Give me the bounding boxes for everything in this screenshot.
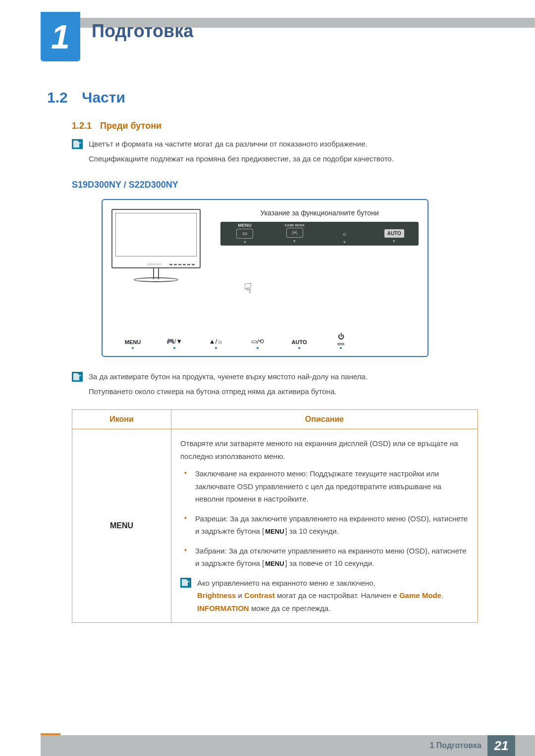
source-icon: ▭/⟲ bbox=[251, 338, 265, 345]
note2-line2: Потупването около стикера на бутона отпр… bbox=[89, 386, 368, 398]
power-icon: ⏻ bbox=[338, 333, 344, 340]
menu-inline-label: MENU bbox=[264, 560, 285, 567]
pointing-hand-icon: ☟ bbox=[244, 280, 252, 297]
note1-line2: Спецификациите подлежат на промяна без п… bbox=[89, 153, 394, 165]
btn-power: ⏻ bbox=[328, 333, 353, 349]
section-heading: 1.2 Части bbox=[47, 89, 500, 106]
footer-chapter-label: 1 Подготовка bbox=[429, 741, 482, 750]
note-icon bbox=[72, 372, 83, 382]
up-brightness-icon: ▲/☼ bbox=[209, 338, 223, 345]
bar-menu-label: MENU bbox=[238, 223, 252, 228]
bar-menu-group: MENU ▭ ▾ bbox=[223, 223, 267, 245]
subsection-heading: 1.2.1 Преди бутони bbox=[72, 121, 500, 131]
dot-marker bbox=[340, 347, 342, 349]
callout-label: Указание за функционалните бутони bbox=[220, 209, 419, 217]
brightness-icon: ☼ bbox=[336, 229, 353, 239]
cell-description: Отваряте или затваряте менюто на екранни… bbox=[171, 429, 478, 623]
bar-game-label: GAME MODE bbox=[285, 224, 305, 227]
bar-brightness-group: ☼ ▾ bbox=[323, 223, 366, 245]
monitor-illustration: SAMSUNG bbox=[111, 209, 201, 282]
btn-menu: MENU bbox=[120, 339, 145, 349]
subsection-title: Преди бутони bbox=[100, 121, 161, 131]
dot-marker bbox=[173, 347, 175, 349]
bottom-button-row: MENU 🎮/▼ ▲/☼ ▭/⟲ AUTO bbox=[120, 333, 419, 349]
diagram-frame: SAMSUNG Указание за функционалните бутон… bbox=[102, 199, 428, 357]
connector-lines: ☟ bbox=[163, 284, 419, 319]
bullet-enable: Разреши: За да заключите управлението на… bbox=[180, 512, 469, 538]
th-icons: Икони bbox=[72, 410, 171, 429]
callout-column: Указание за функционалните бутони MENU ▭… bbox=[220, 209, 419, 246]
btn-game-down: 🎮/▼ bbox=[162, 338, 187, 349]
menu-icon-label: MENU bbox=[110, 521, 133, 530]
footer-accent bbox=[41, 733, 60, 735]
diagram-top: SAMSUNG Указание за функционалните бутон… bbox=[111, 209, 419, 282]
note-text: Цветът и формата на частите могат да са … bbox=[89, 138, 394, 168]
bar-game-group: GAME MODE 🎮 ▾ bbox=[273, 224, 317, 244]
spacer bbox=[393, 224, 395, 228]
row1-intro: Отваряте или затваряте менюто на екранни… bbox=[180, 437, 469, 462]
locked-line1: Ако управлението на екранното меню е зак… bbox=[197, 577, 469, 590]
btn-auto: AUTO bbox=[287, 339, 312, 349]
model-heading: S19D300NY / S22D300NY bbox=[72, 180, 500, 190]
spacer bbox=[344, 223, 345, 228]
indicator-triangle: ▾ bbox=[343, 240, 346, 245]
section-number: 1.2 bbox=[47, 89, 78, 106]
row1-bullets: Заключване на екранното меню: Поддържате… bbox=[180, 467, 469, 570]
dot-marker bbox=[298, 347, 300, 349]
note-text: За да активирате бутон на продукта, чукн… bbox=[89, 371, 368, 401]
chapter-number: 1 bbox=[51, 17, 70, 56]
btn-up-brightness: ▲/☼ bbox=[204, 338, 228, 349]
diagram: SAMSUNG Указание за функционалните бутон… bbox=[102, 199, 500, 357]
locked-line2: Brightness и Contrast могат да се настро… bbox=[197, 589, 469, 614]
monitor-base bbox=[134, 277, 178, 282]
dot-marker bbox=[257, 347, 259, 349]
section-title: Части bbox=[82, 89, 125, 105]
indicator-triangle: ▾ bbox=[393, 239, 395, 244]
note1-line1: Цветът и формата на частите могат да са … bbox=[89, 138, 394, 150]
footer-page-number: 21 bbox=[487, 735, 515, 756]
bullet-lock: Заключване на екранното меню: Поддържате… bbox=[180, 467, 469, 505]
subsection-number: 1.2.1 bbox=[72, 121, 98, 131]
btn-auto-label: AUTO bbox=[292, 339, 307, 345]
note-icon bbox=[180, 578, 191, 588]
note-block-1: Цветът и формата на частите могат да са … bbox=[72, 138, 500, 168]
chapter-title: Подготовка bbox=[92, 21, 193, 42]
th-desc: Описание bbox=[171, 410, 478, 429]
cell-icon: MENU bbox=[72, 429, 171, 623]
bullet-disable: Забрани: За да отключите управлението на… bbox=[180, 545, 469, 570]
locked-note: Ако управлението на екранното меню е зак… bbox=[180, 577, 469, 615]
table-row: MENU Отваряте или затваряте менюто на ек… bbox=[72, 429, 478, 623]
gamepad-down-icon: 🎮/▼ bbox=[166, 338, 182, 345]
icon-description-table: Икони Описание MENU Отваряте или затваря… bbox=[72, 409, 478, 623]
page-content: 1.2 Части 1.2.1 Преди бутони Цветът и фо… bbox=[47, 89, 500, 623]
monitor-brand: SAMSUNG bbox=[147, 263, 161, 266]
bar-auto-group: AUTO ▾ bbox=[373, 224, 416, 244]
page-footer: 1 Подготовка 21 bbox=[41, 735, 535, 756]
indicator-triangle: ▾ bbox=[244, 240, 246, 245]
dot-marker bbox=[215, 347, 217, 349]
note-block-2: За да активирате бутон на продукта, чукн… bbox=[72, 371, 500, 401]
chapter-number-badge: 1 bbox=[41, 12, 80, 61]
locked-note-text: Ако управлението на екранното меню е зак… bbox=[197, 577, 469, 615]
button-bar: MENU ▭ ▾ GAME MODE 🎮 ▾ ☼ ▾ bbox=[220, 222, 419, 246]
btn-source: ▭/⟲ bbox=[245, 338, 270, 349]
menu-icon: ▭ bbox=[236, 229, 253, 239]
gamepad-icon: 🎮 bbox=[286, 228, 303, 238]
note2-line1: За да активирате бутон на продукта, чукн… bbox=[89, 371, 368, 383]
note-icon bbox=[72, 139, 83, 149]
monitor-buttons bbox=[169, 264, 195, 265]
power-led-icon bbox=[337, 343, 344, 345]
monitor-bezel: SAMSUNG bbox=[111, 209, 201, 268]
btn-menu-label: MENU bbox=[125, 339, 141, 345]
indicator-triangle: ▾ bbox=[293, 239, 296, 244]
menu-inline-label: MENU bbox=[264, 528, 285, 535]
dot-marker bbox=[132, 347, 134, 349]
auto-button-label: AUTO bbox=[384, 229, 404, 238]
